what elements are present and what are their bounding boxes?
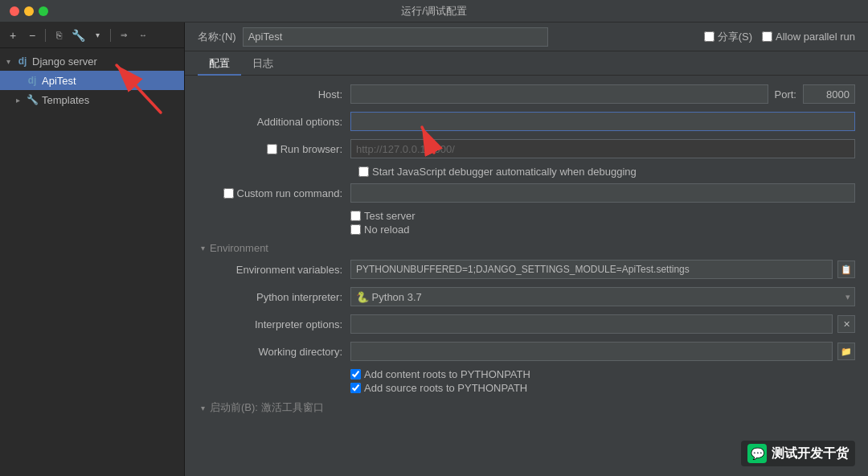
before-launch-section-header[interactable]: ▾ 启动前(B): 激活工具窗口 (198, 400, 855, 415)
minimize-button[interactable] (24, 6, 34, 16)
run-browser-input[interactable] (350, 139, 855, 158)
test-server-checkbox[interactable] (350, 211, 361, 221)
sidebar-item-templates[interactable]: ▸ 🔧 Templates (0, 90, 184, 109)
host-control: Port: (350, 84, 855, 104)
custom-run-checkbox[interactable] (223, 188, 234, 199)
working-directory-input[interactable] (350, 342, 833, 361)
expand-arrow: ▾ (6, 57, 16, 66)
env-section-arrow: ▾ (201, 244, 205, 252)
templates-icon: 🔧 (26, 93, 39, 106)
add-source-roots-row: Add source roots to PYTHONPATH (198, 382, 855, 394)
additional-options-row: Additional options: (198, 111, 855, 132)
interpreter-options-label: Interpreter options: (198, 318, 350, 330)
js-debugger-checkbox[interactable] (358, 166, 369, 177)
custom-run-control (350, 183, 855, 203)
js-debugger-label[interactable]: Start JavaScript debugger automatically … (358, 166, 637, 178)
settings-button[interactable]: 🔧 (70, 27, 86, 43)
parallel-checkbox-label[interactable]: Allow parallel run (762, 31, 855, 43)
working-directory-control: 📁 (350, 342, 855, 361)
env-vars-label: Environment variables: (198, 264, 350, 276)
watermark-text: 测试开发干货 (772, 445, 849, 462)
add-source-roots-checkbox[interactable] (350, 383, 361, 393)
name-input[interactable] (243, 27, 548, 47)
working-directory-browse-button[interactable]: 📁 (837, 343, 855, 360)
sort-button[interactable]: ↔ (135, 27, 151, 43)
working-directory-row: Working directory: 📁 (198, 341, 855, 362)
arrow-button[interactable]: ⇒ (116, 27, 132, 43)
add-content-roots-checkbox[interactable] (350, 369, 361, 380)
environment-section-header[interactable]: ▾ Environment (198, 242, 855, 254)
remove-button[interactable]: − (24, 27, 40, 43)
watermark: 💬 测试开发干货 (741, 441, 855, 466)
additional-options-input[interactable] (350, 112, 855, 131)
python-interpreter-select[interactable]: 🐍 Python 3.7 (350, 287, 855, 306)
no-reload-row: No reload (198, 224, 855, 236)
parallel-label: Allow parallel run (776, 31, 855, 43)
run-browser-label: Run browser: (280, 143, 342, 155)
test-server-label[interactable]: Test server (350, 210, 416, 222)
custom-run-row: Custom run command: (198, 183, 855, 203)
sidebar: + − ⎘ 🔧 ▾ ⇒ ↔ ▾ dj Django server ▸ dj Ap… (0, 23, 185, 476)
env-vars-browse-button[interactable]: 📋 (837, 261, 855, 278)
interpreter-options-row: Interpreter options: ✕ (198, 314, 855, 334)
js-debugger-row: Start JavaScript debugger automatically … (198, 166, 855, 178)
tab-config[interactable]: 配置 (198, 51, 241, 76)
tabs-bar: 配置 日志 (185, 51, 868, 76)
run-browser-row: Run browser: (198, 138, 855, 159)
share-checkbox[interactable] (704, 31, 714, 42)
apitest-label: ApiTest (42, 75, 76, 87)
tab-log[interactable]: 日志 (241, 51, 285, 76)
env-vars-input[interactable] (350, 260, 833, 279)
add-content-roots-label[interactable]: Add content roots to PYTHONPATH (350, 368, 530, 380)
env-vars-row: Environment variables: 📋 (198, 259, 855, 280)
separator (45, 29, 46, 42)
sidebar-item-apitest[interactable]: ▸ dj ApiTest (0, 71, 184, 90)
maximize-button[interactable] (39, 6, 48, 16)
add-source-roots-label[interactable]: Add source roots to PYTHONPATH (350, 382, 527, 394)
python-interpreter-row: Python interpreter: 🐍 Python 3.7 (198, 286, 855, 307)
no-reload-label[interactable]: No reload (350, 224, 409, 236)
header-right: 分享(S) Allow parallel run (704, 30, 855, 44)
tree-area: ▾ dj Django server ▸ dj ApiTest ▸ 🔧 Temp… (0, 48, 184, 476)
additional-options-control (350, 112, 855, 131)
run-browser-control (350, 139, 855, 158)
no-reload-checkbox[interactable] (350, 224, 361, 235)
python-interpreter-select-wrapper: 🐍 Python 3.7 (350, 287, 855, 306)
host-label: Host: (198, 88, 350, 101)
window-title: 运行/调试配置 (401, 4, 467, 18)
templates-arrow: ▸ (16, 96, 26, 105)
add-content-roots-row: Add content roots to PYTHONPATH (198, 368, 855, 380)
dropdown-button[interactable]: ▾ (89, 27, 105, 43)
main-layout: + − ⎘ 🔧 ▾ ⇒ ↔ ▾ dj Django server ▸ dj Ap… (0, 23, 868, 476)
custom-run-input[interactable] (350, 183, 855, 203)
titlebar: 运行/调试配置 (0, 0, 868, 23)
add-button[interactable]: + (5, 27, 21, 43)
host-row: Host: Port: (198, 84, 855, 105)
custom-run-label: Custom run command: (237, 187, 343, 199)
sidebar-toolbar: + − ⎘ 🔧 ▾ ⇒ ↔ (0, 23, 184, 48)
port-input[interactable] (803, 84, 855, 104)
working-directory-label: Working directory: (198, 346, 350, 358)
name-label: 名称:(N) (198, 30, 236, 44)
sidebar-item-django-server[interactable]: ▾ dj Django server (0, 51, 184, 71)
wechat-icon: 💬 (747, 444, 767, 463)
env-vars-control: 📋 (350, 260, 855, 279)
port-label: Port: (775, 88, 796, 101)
copy-button[interactable]: ⎘ (51, 27, 67, 43)
run-browser-checkbox-label[interactable]: Run browser: (267, 143, 342, 155)
interpreter-options-input[interactable] (350, 314, 833, 334)
custom-run-checkbox-label[interactable]: Custom run command: (223, 187, 343, 199)
python-interpreter-label: Python interpreter: (198, 291, 350, 303)
run-browser-checkbox[interactable] (267, 144, 277, 154)
window-controls (10, 6, 48, 16)
parallel-checkbox[interactable] (762, 31, 772, 42)
host-input[interactable] (350, 84, 768, 104)
env-section-title: Environment (210, 242, 268, 254)
share-label: 分享(S) (718, 30, 752, 44)
share-checkbox-label[interactable]: 分享(S) (704, 30, 752, 44)
apitest-icon: dj (26, 74, 39, 87)
close-button[interactable] (10, 6, 19, 16)
form-area: Host: Port: Additional options: (185, 76, 868, 476)
interpreter-options-browse-button[interactable]: ✕ (837, 315, 855, 333)
test-server-row: Test server (198, 210, 855, 222)
